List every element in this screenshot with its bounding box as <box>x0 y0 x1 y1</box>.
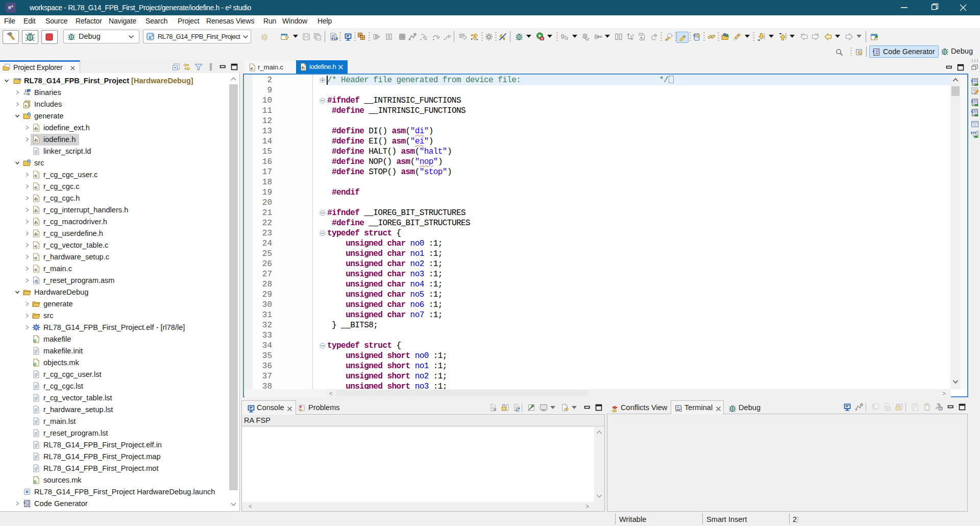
svg-text:c: c <box>35 267 38 272</box>
svg-text:h: h <box>35 232 38 237</box>
svg-text:c: c <box>971 78 974 83</box>
svg-text:c: c <box>23 499 26 505</box>
svg-text:c: c <box>971 109 974 114</box>
svg-text:h: h <box>35 126 38 131</box>
svg-text:c: c <box>18 77 21 81</box>
svg-text:c: c <box>693 33 696 38</box>
svg-text:FIT: FIT <box>971 131 977 135</box>
svg-text:0: 0 <box>561 33 565 40</box>
svg-text:h: h <box>35 220 38 225</box>
svg-text:c: c <box>35 185 38 190</box>
svg-text:h: h <box>35 197 38 202</box>
svg-text:S: S <box>35 279 38 284</box>
svg-text:h: h <box>35 208 38 213</box>
svg-text:c: c <box>28 159 30 163</box>
svg-text:c: c <box>873 49 875 54</box>
svg-text:c: c <box>971 99 974 104</box>
svg-text:c: c <box>35 244 38 249</box>
svg-text:c: c <box>35 173 38 178</box>
svg-text:h: h <box>35 138 38 143</box>
svg-text:c: c <box>35 255 38 260</box>
svg-text:010: 010 <box>331 37 338 41</box>
svg-text:h: h <box>25 103 28 108</box>
svg-text:x: x <box>152 33 154 37</box>
svg-text:c: c <box>28 112 30 116</box>
